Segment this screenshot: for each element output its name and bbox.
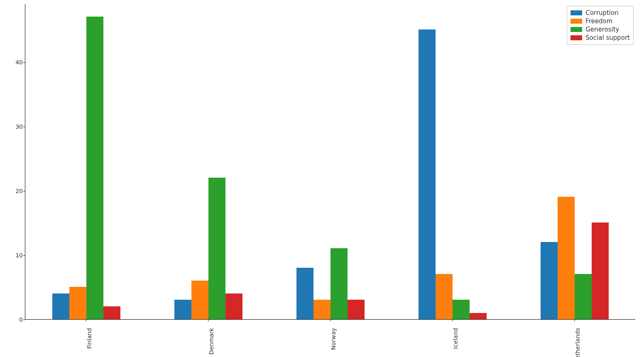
bar-freedom <box>436 274 453 319</box>
bar-freedom <box>313 300 331 319</box>
xtick-mark <box>452 320 453 321</box>
bar-corruption <box>541 242 558 319</box>
legend-item: Corruption <box>571 9 630 17</box>
xtick-label: Finland <box>86 328 93 349</box>
bar-social-support <box>225 293 242 319</box>
legend-item: Social support <box>571 34 630 42</box>
xtick-mark <box>574 320 575 321</box>
bar-social-support <box>348 300 365 319</box>
legend-label: Generosity <box>585 25 619 34</box>
legend-label: Freedom <box>585 17 612 25</box>
xtick-label: etherlands <box>574 328 581 357</box>
bar-social-support <box>470 313 487 320</box>
chart-container: CorruptionFreedomGenerositySocial suppor… <box>0 0 644 357</box>
bar-freedom <box>69 287 86 319</box>
xtick-label: Denmark <box>208 328 215 355</box>
bar-freedom <box>191 281 208 319</box>
ytick-mark <box>23 127 25 127</box>
ytick-mark <box>23 191 25 191</box>
legend-label: Corruption <box>585 9 618 17</box>
legend-swatch <box>571 10 582 15</box>
plot-area <box>25 4 635 320</box>
bar-generosity <box>453 300 470 319</box>
bar-generosity <box>208 178 225 319</box>
xtick-mark <box>330 320 331 321</box>
xtick-label: Iceland <box>452 328 459 349</box>
bar-freedom <box>558 197 575 319</box>
bar-social-support <box>103 306 120 319</box>
legend-swatch <box>571 35 582 40</box>
ytick-label: 0 <box>19 316 23 323</box>
xtick-label: Norway <box>330 328 337 350</box>
ytick-mark <box>23 62 25 63</box>
bar-generosity <box>331 248 348 319</box>
ytick-label: 20 <box>15 188 23 194</box>
legend-item: Freedom <box>571 17 630 25</box>
bar-corruption <box>296 268 313 319</box>
ytick-label: 40 <box>15 59 23 66</box>
xtick-mark <box>86 320 86 321</box>
xtick-mark <box>208 320 208 321</box>
bar-generosity <box>575 274 592 319</box>
bar-corruption <box>419 29 436 319</box>
bar-corruption <box>52 293 69 319</box>
ytick-mark <box>23 255 25 256</box>
legend-label: Social support <box>585 34 630 42</box>
ytick-label: 10 <box>15 252 23 259</box>
bar-generosity <box>86 17 103 319</box>
ytick-label: 30 <box>15 123 23 130</box>
ytick-mark <box>23 320 25 320</box>
legend-swatch <box>571 19 582 24</box>
bar-corruption <box>174 300 191 319</box>
legend: CorruptionFreedomGenerositySocial suppor… <box>567 6 634 45</box>
legend-item: Generosity <box>571 25 630 34</box>
legend-swatch <box>571 27 582 32</box>
bar-social-support <box>592 223 609 319</box>
